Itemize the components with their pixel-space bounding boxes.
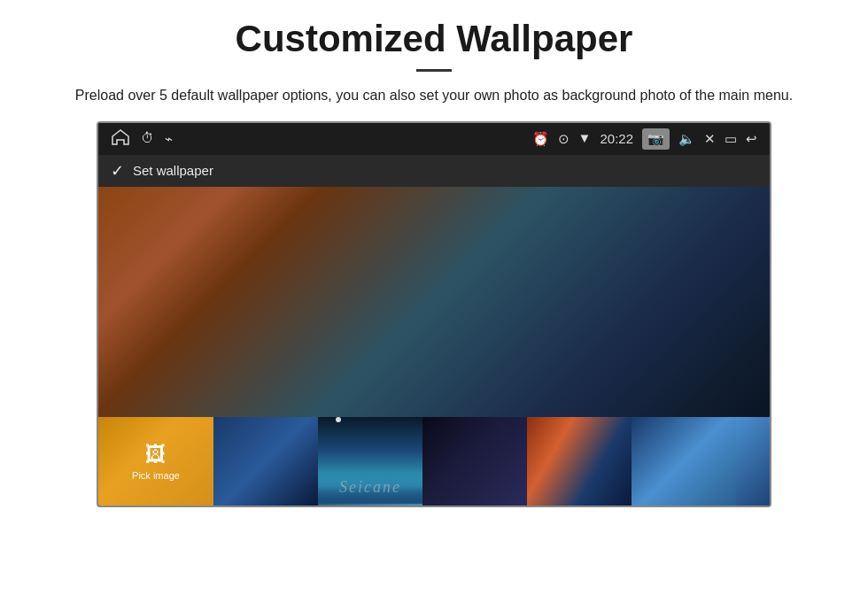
camera-icon[interactable]: 📷 — [642, 128, 670, 150]
checkmark-icon: ✓ — [111, 161, 124, 181]
thumbnail-strip: 🖼 Pick image Seicane — [98, 417, 770, 506]
wifi-icon: ▼ — [578, 131, 592, 146]
title-divider — [416, 69, 452, 72]
window-icon[interactable]: ▭ — [725, 131, 737, 147]
page-description: Preload over 5 default wallpaper options… — [27, 84, 841, 107]
pick-image-label: Pick image — [132, 470, 180, 481]
set-wallpaper-bar[interactable]: ✓ Set wallpaper — [98, 155, 770, 187]
device-screen: ⏱ ⌁ ⏰ ⊙ ▼ 20:22 📷 🔈 ✕ ▭ ↩ ✓ Set wallpape… — [97, 121, 771, 507]
close-icon[interactable]: ✕ — [704, 131, 716, 147]
alarm-icon: ⏰ — [532, 131, 549, 147]
thumb-3-moon — [336, 417, 341, 422]
set-wallpaper-label: Set wallpaper — [133, 163, 213, 178]
wallpaper-thumb-4[interactable] — [422, 417, 527, 506]
pick-image-thumb[interactable]: 🖼 Pick image — [98, 417, 213, 506]
clock-icon: ⏱ — [141, 131, 154, 146]
wallpaper-thumb-2[interactable] — [213, 417, 318, 506]
wallpaper-thumb-7[interactable] — [736, 417, 770, 506]
home-icon[interactable] — [111, 128, 130, 150]
thumb-3-bg — [318, 417, 422, 504]
usb-icon: ⌁ — [165, 131, 173, 147]
wallpaper-thumb-5[interactable] — [527, 417, 632, 506]
pick-image-icon: 🖼 — [145, 442, 167, 467]
status-bar: ⏱ ⌁ ⏰ ⊙ ▼ 20:22 📷 🔈 ✕ ▭ ↩ — [98, 123, 770, 155]
status-bar-left: ⏱ ⌁ — [111, 128, 173, 150]
wallpaper-thumb-6[interactable] — [632, 417, 736, 506]
wallpaper-preview — [98, 187, 770, 417]
back-icon[interactable]: ↩ — [746, 131, 757, 147]
volume-icon[interactable]: 🔈 — [678, 131, 695, 147]
status-time: 20:22 — [600, 131, 633, 146]
thumb-5-bg — [527, 417, 632, 506]
page-title: Customized Wallpaper — [27, 18, 841, 60]
wallpaper-thumb-3[interactable]: Seicane — [318, 417, 422, 506]
page-wrapper: Customized Wallpaper Preload over 5 defa… — [0, 0, 868, 516]
location-icon: ⊙ — [558, 131, 570, 147]
status-bar-right: ⏰ ⊙ ▼ 20:22 📷 🔈 ✕ ▭ ↩ — [532, 128, 757, 150]
